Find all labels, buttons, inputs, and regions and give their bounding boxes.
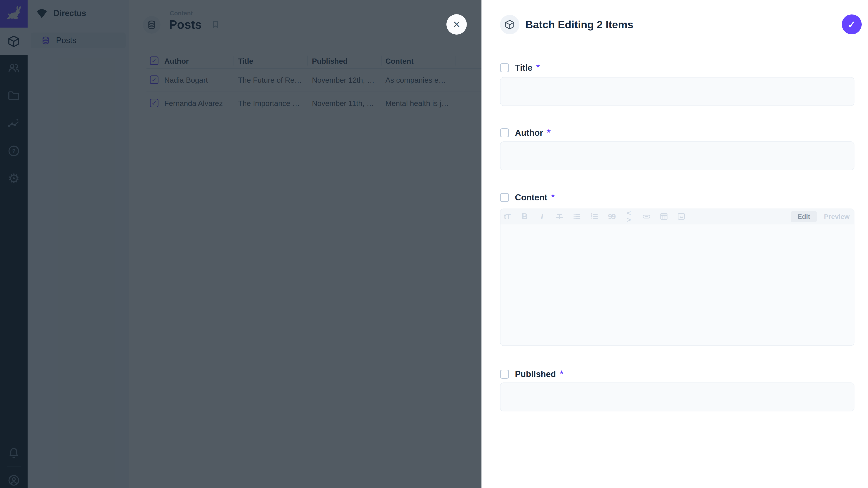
bold-button[interactable]: B xyxy=(520,211,529,222)
code-icon: < > xyxy=(625,210,633,223)
title-input[interactable] xyxy=(500,77,855,106)
field-published-label-row: Published ★ xyxy=(500,369,564,379)
italic-button[interactable]: I xyxy=(537,211,547,222)
save-button[interactable]: ✓ xyxy=(842,14,862,34)
editor-toolbar: tT B I T xyxy=(500,209,854,224)
field-author-label-row: Author ★ xyxy=(500,128,551,138)
drawer-icon-circle xyxy=(500,15,520,34)
drawer-title: Batch Editing 2 Items xyxy=(525,15,633,34)
author-input[interactable] xyxy=(500,141,855,170)
link-icon xyxy=(642,212,651,221)
required-star-icon: ★ xyxy=(546,128,551,134)
field-published-label: Published xyxy=(515,369,556,379)
field-content-label: Content xyxy=(515,193,548,202)
field-author-checkbox[interactable] xyxy=(500,128,509,137)
check-icon: ✓ xyxy=(848,19,856,30)
drawer-overlay[interactable] xyxy=(0,0,482,488)
content-editor-body[interactable] xyxy=(500,225,854,346)
blockquote-icon: 99 xyxy=(608,213,616,220)
strikethrough-button[interactable]: T xyxy=(555,211,564,222)
editor-tab-preview[interactable]: Preview xyxy=(821,211,852,222)
field-author-label: Author xyxy=(515,128,543,138)
svg-text:3: 3 xyxy=(591,217,592,220)
batch-edit-drawer: Batch Editing 2 Items ✓ Title ★ Author ★… xyxy=(482,0,868,488)
box-icon xyxy=(504,19,515,30)
numbered-list-icon: 1 2 3 xyxy=(590,212,599,221)
link-button[interactable] xyxy=(642,211,651,222)
app: ? ⚙ xyxy=(0,0,868,488)
bullet-list-button[interactable] xyxy=(572,211,581,222)
required-star-icon: ★ xyxy=(535,63,540,69)
editor-tab-edit[interactable]: Edit xyxy=(791,211,817,222)
code-button[interactable]: < > xyxy=(625,211,633,222)
field-title-checkbox[interactable] xyxy=(500,63,509,72)
field-title-label: Title xyxy=(515,63,532,73)
numbered-list-button[interactable]: 1 2 3 xyxy=(590,211,599,222)
content-markdown-editor: tT B I T xyxy=(500,208,855,346)
close-icon: ✕ xyxy=(453,19,460,30)
table-icon xyxy=(659,212,669,221)
field-content-checkbox[interactable] xyxy=(500,193,509,202)
text-size-icon: tT xyxy=(504,213,510,220)
heading-button[interactable]: tT xyxy=(503,211,512,222)
blockquote-button[interactable]: 99 xyxy=(607,211,616,222)
required-star-icon: ★ xyxy=(551,193,556,198)
published-input[interactable] xyxy=(500,383,855,412)
strikethrough-icon: T xyxy=(557,213,562,220)
bold-icon: B xyxy=(522,213,528,221)
field-title-label-row: Title ★ xyxy=(500,63,540,73)
bullet-list-icon xyxy=(572,212,581,221)
image-icon xyxy=(677,212,686,221)
drawer-close-button[interactable]: ✕ xyxy=(446,14,467,35)
required-star-icon: ★ xyxy=(559,369,564,375)
table-button[interactable] xyxy=(659,211,669,222)
field-content-label-row: Content ★ xyxy=(500,193,555,202)
image-button[interactable] xyxy=(677,211,686,222)
italic-icon: I xyxy=(540,212,544,221)
field-published-checkbox[interactable] xyxy=(500,369,509,379)
